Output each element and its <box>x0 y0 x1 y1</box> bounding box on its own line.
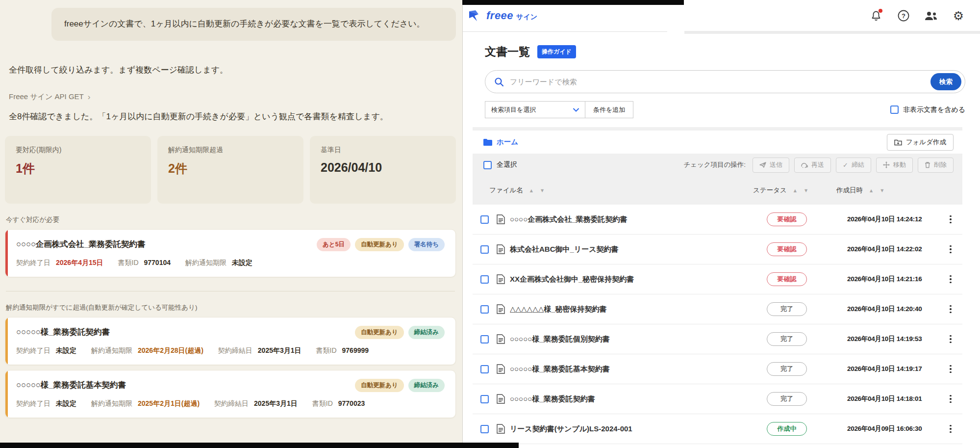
sort-desc-icon[interactable]: ▼ <box>880 188 883 193</box>
create-folder-button[interactable]: フォルダ作成 <box>887 134 954 151</box>
bulk-actions-row: 全選択 チェック項目の操作: 送信 再送 ✓ <box>473 154 962 176</box>
search-input[interactable] <box>510 78 930 86</box>
table-row[interactable]: XX企画株式会社御中_秘密保持契約書 要確認 2026年04月10日 14:21… <box>473 264 962 294</box>
include-hidden-checkbox[interactable] <box>890 105 899 114</box>
table-row[interactable]: ○○○○企画株式会社_業務委託契約書 要確認 2026年04月10日 14:24… <box>473 205 962 235</box>
document-name[interactable]: ○○○○○様_業務委託契約書 <box>510 395 764 404</box>
column-header-filename[interactable]: ファイル名 <box>489 186 523 195</box>
row-menu-kebab-icon[interactable] <box>947 334 955 344</box>
brand-bird-icon <box>469 9 483 22</box>
search-field-select[interactable]: 検索項目を選択 <box>485 101 585 118</box>
field-label: 契約終了日 <box>16 399 50 408</box>
row-menu-kebab-icon[interactable] <box>947 394 955 404</box>
select-all-checkbox[interactable] <box>483 161 492 169</box>
document-icon <box>497 334 505 344</box>
brand-suffix: サイン <box>516 13 537 22</box>
row-checkbox[interactable] <box>480 425 489 433</box>
user-message-text: freeeサインの文書で、1ヶ月以内に自動更新の手続きが必要な文書を一覧で表示し… <box>64 17 443 31</box>
document-name[interactable]: ○○○○○様_業務委託基本契約書 <box>510 365 764 374</box>
tool-call-link[interactable]: Freee サイン API GET › <box>9 92 90 102</box>
field-value: 9770023 <box>338 399 365 407</box>
row-menu-kebab-icon[interactable] <box>947 214 955 224</box>
search-bar: 検索 <box>485 70 965 93</box>
folder-breadcrumb-row: ホーム フォルダ作成 <box>473 131 962 154</box>
document-name[interactable]: △△△△△△様_秘密保持契約書 <box>510 305 764 314</box>
conclude-button[interactable]: ✓ 締結 <box>836 158 871 173</box>
contract-card-overdue-1: ○○○○○様_業務委託契約書 自動更新あり 締結済み 契約終了日未設定 解約通知… <box>5 317 456 365</box>
select-all-toggle[interactable]: 全選択 <box>483 160 517 169</box>
members-icon[interactable] <box>924 9 938 23</box>
stat-value: 1件 <box>16 160 140 177</box>
breadcrumb-home[interactable]: ホーム <box>483 137 518 147</box>
table-row[interactable]: △△△△△△様_秘密保持契約書 完了 2026年04月10日 14:20:40 <box>473 294 962 324</box>
row-checkbox[interactable] <box>480 365 489 373</box>
document-name[interactable]: 株式会社ABC御中_リース契約書 <box>510 245 764 254</box>
help-icon[interactable]: ? <box>897 9 910 23</box>
freee-sign-app-window: freee サイン ? ⚙ <box>462 0 980 448</box>
row-checkbox[interactable] <box>480 395 489 403</box>
row-checkbox[interactable] <box>480 335 489 343</box>
brand-logo[interactable]: freee サイン <box>469 9 537 22</box>
include-hidden-docs-toggle[interactable]: 非表示文書を含める <box>890 105 965 114</box>
document-name[interactable]: ○○○○企画株式会社_業務委託契約書 <box>510 215 764 224</box>
field-label: 書類ID <box>316 346 337 355</box>
delete-button[interactable]: 削除 <box>918 158 954 173</box>
operation-guide-badge[interactable]: 操作ガイド <box>537 45 576 58</box>
add-condition-button[interactable]: 条件を追加 <box>585 101 633 118</box>
field-label: 書類ID <box>118 259 139 267</box>
contract-card-overdue-2: ○○○○○様_業務委託基本契約書 自動更新あり 締結済み 契約終了日未設定 解約… <box>5 370 456 418</box>
field-value: 未設定 <box>56 399 76 408</box>
field-label: 契約終了日 <box>16 346 50 355</box>
table-row[interactable]: ○○○○○様_業務委託基本契約書 完了 2026年04月10日 14:19:17 <box>473 354 962 384</box>
row-checkbox[interactable] <box>480 215 489 224</box>
table-row[interactable]: ○○○○○様_業務委託個別契約書 完了 2026年04月10日 14:19:53 <box>473 324 962 354</box>
status-badge: 要確認 <box>767 272 807 286</box>
column-header-status[interactable]: ステータス <box>753 186 787 195</box>
table-row[interactable]: ○○○○○様_業務委託契約書 完了 2026年04月10日 14:18:01 <box>473 384 962 414</box>
row-menu-kebab-icon[interactable] <box>947 424 955 434</box>
auto-renew-badge: 自動更新あり <box>355 326 404 339</box>
header-divider <box>463 31 667 32</box>
resend-button[interactable]: 再送 <box>794 158 831 173</box>
select-all-label: 全選択 <box>497 160 517 169</box>
row-checkbox[interactable] <box>480 245 489 254</box>
table-row[interactable]: 株式会社ABC御中_リース契約書 要確認 2026年04月10日 14:22:0… <box>473 235 962 264</box>
stat-card-action-required: 要対応(期限内) 1件 <box>5 136 151 204</box>
row-checkbox[interactable] <box>480 305 489 314</box>
chevron-down-icon <box>573 108 579 112</box>
created-at: 2026年04月10日 14:20:40 <box>847 305 947 314</box>
sort-asc-icon[interactable]: ▲ <box>794 188 797 193</box>
status-badge: 完了 <box>767 392 807 406</box>
sort-asc-icon[interactable]: ▲ <box>870 188 873 193</box>
search-icon <box>494 77 504 87</box>
assistant-reply-2: 全8件確認できました。「1ヶ月以内に自動更新の手続きが必要」という観点で各書類を… <box>5 110 436 124</box>
send-button[interactable]: 送信 <box>753 158 789 173</box>
column-header-created[interactable]: 作成日時 <box>836 186 863 195</box>
row-menu-kebab-icon[interactable] <box>947 364 955 374</box>
document-name[interactable]: ○○○○○様_業務委託個別契約書 <box>510 335 764 344</box>
sort-desc-icon[interactable]: ▼ <box>804 188 807 193</box>
search-button[interactable]: 検索 <box>930 73 961 90</box>
row-checkbox[interactable] <box>480 275 489 284</box>
chat-panel: freeeサインの文書で、1ヶ月以内に自動更新の手続きが必要な文書を一覧で表示し… <box>0 0 462 448</box>
status-badge: 完了 <box>767 362 807 376</box>
document-name[interactable]: リース契約書(サンプル)LS-2024-001 <box>510 424 764 434</box>
move-button[interactable]: 移動 <box>876 158 913 173</box>
notifications-bell-icon[interactable] <box>869 9 883 23</box>
row-menu-kebab-icon[interactable] <box>947 304 955 314</box>
field-label: 書類ID <box>312 399 333 408</box>
section-heading-overdue: 解約通知期限がすでに超過(自動更新が確定している可能性あり) <box>6 303 456 312</box>
folder-icon <box>483 138 492 146</box>
sort-desc-icon[interactable]: ▼ <box>541 188 544 193</box>
sort-asc-icon[interactable]: ▲ <box>530 188 533 193</box>
created-at: 2026年04月10日 14:19:53 <box>847 335 947 343</box>
assistant-reply-1: 全件取得して絞り込みます。まず複数ページ確認します。 <box>5 63 456 78</box>
notification-dot <box>879 9 882 13</box>
settings-gear-icon[interactable]: ⚙ <box>952 9 965 23</box>
table-row[interactable]: リース契約書(サンプル)LS-2024-001 作成中 2026年04月09日 … <box>473 414 962 444</box>
row-menu-kebab-icon[interactable] <box>947 244 955 254</box>
screen-capture-bar-bottom <box>0 443 519 448</box>
row-menu-kebab-icon[interactable] <box>947 274 955 284</box>
field-label: 契約締結日 <box>218 346 252 355</box>
document-name[interactable]: XX企画株式会社御中_秘密保持契約書 <box>510 275 764 284</box>
